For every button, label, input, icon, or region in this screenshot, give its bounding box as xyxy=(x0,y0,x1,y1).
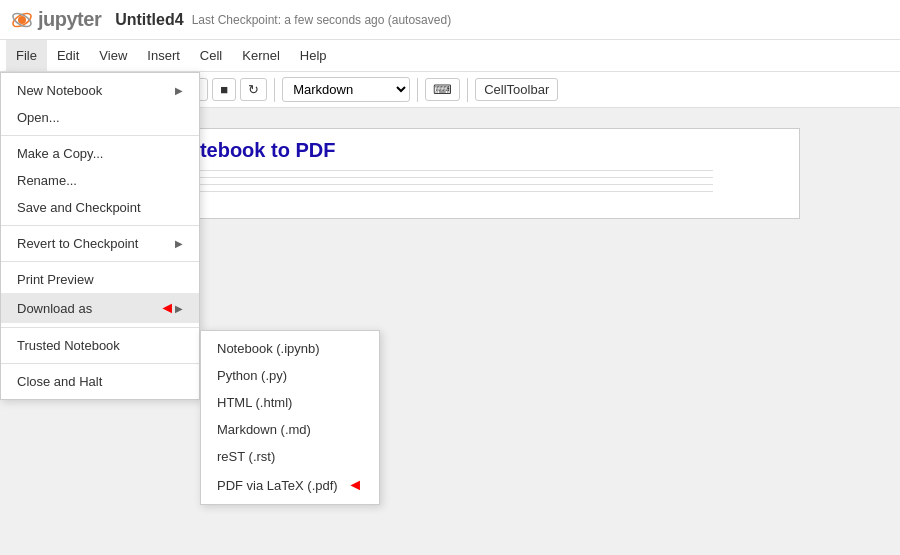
menu-sep-2 xyxy=(1,225,199,226)
cell-lines xyxy=(121,170,779,192)
download-python-py[interactable]: Python (.py) xyxy=(201,362,379,389)
menu-sep-3 xyxy=(1,261,199,262)
cell-line-1 xyxy=(121,170,713,171)
menu-file[interactable]: File xyxy=(6,40,47,71)
file-menu-dropdown: New Notebook ▶ Open... Make a Copy... Re… xyxy=(0,72,200,400)
svg-point-0 xyxy=(18,16,26,24)
menu-print-preview[interactable]: Print Preview xyxy=(1,266,199,293)
menu-close-halt[interactable]: Close and Halt xyxy=(1,368,199,395)
cell-line-3 xyxy=(121,184,713,185)
menu-view[interactable]: View xyxy=(89,40,137,71)
menu-kernel[interactable]: Kernel xyxy=(232,40,290,71)
menubar: File Edit View Insert Cell Kernel Help xyxy=(0,40,900,72)
download-as-red-arrow: ◄ xyxy=(159,299,175,317)
download-as-arrow: ▶ xyxy=(175,303,183,314)
menu-rename[interactable]: Rename... xyxy=(1,167,199,194)
jupyter-logo-icon xyxy=(10,8,34,32)
toolbar-separator-2 xyxy=(274,78,275,102)
menu-insert[interactable]: Insert xyxy=(137,40,190,71)
cell-line-2 xyxy=(121,177,713,178)
menu-sep-1 xyxy=(1,135,199,136)
toolbar-separator-3 xyxy=(417,78,418,102)
notebook-area: pyter notebook to PDF xyxy=(100,128,800,219)
menu-save-checkpoint[interactable]: Save and Checkpoint xyxy=(1,194,199,221)
download-rest-rst[interactable]: reST (.rst) xyxy=(201,443,379,470)
menu-new-notebook[interactable]: New Notebook ▶ xyxy=(1,77,199,104)
menu-cell[interactable]: Cell xyxy=(190,40,232,71)
cell-heading: pyter notebook to PDF xyxy=(121,139,779,162)
notebook-title[interactable]: Untitled4 xyxy=(115,11,183,29)
download-notebook-ipynb[interactable]: Notebook (.ipynb) xyxy=(201,335,379,362)
logo-text: jupyter xyxy=(38,8,101,31)
download-pdf-latex[interactable]: PDF via LaTeX (.pdf) ◄ xyxy=(201,470,379,500)
new-notebook-arrow: ▶ xyxy=(175,85,183,96)
toolbar-separator-4 xyxy=(467,78,468,102)
stop-button[interactable]: ■ xyxy=(212,78,236,101)
download-html-html[interactable]: HTML (.html) xyxy=(201,389,379,416)
menu-download-as[interactable]: Download as ◄ ▶ xyxy=(1,293,199,323)
pdf-latex-red-arrow: ◄ xyxy=(347,476,363,494)
keyboard-shortcut-button[interactable]: ⌨ xyxy=(425,78,460,101)
revert-checkpoint-arrow: ▶ xyxy=(175,238,183,249)
download-markdown-md[interactable]: Markdown (.md) xyxy=(201,416,379,443)
menu-revert-checkpoint[interactable]: Revert to Checkpoint ▶ xyxy=(1,230,199,257)
cell-type-select[interactable]: Markdown Code Raw NBConvert Heading xyxy=(282,77,410,102)
download-as-submenu: Notebook (.ipynb) Python (.py) HTML (.ht… xyxy=(200,330,380,505)
menu-edit[interactable]: Edit xyxy=(47,40,89,71)
cell-toolbar-button[interactable]: CellToolbar xyxy=(475,78,558,101)
menu-open[interactable]: Open... xyxy=(1,104,199,131)
menu-make-copy[interactable]: Make a Copy... xyxy=(1,140,199,167)
menu-sep-4 xyxy=(1,327,199,328)
refresh-button[interactable]: ↻ xyxy=(240,78,267,101)
header: jupyter Untitled4 Last Checkpoint: a few… xyxy=(0,0,900,40)
logo: jupyter xyxy=(10,8,101,32)
menu-sep-5 xyxy=(1,363,199,364)
menu-help[interactable]: Help xyxy=(290,40,337,71)
checkpoint-info: Last Checkpoint: a few seconds ago (auto… xyxy=(192,13,452,27)
menu-trusted-notebook[interactable]: Trusted Notebook xyxy=(1,332,199,359)
cell-line-4 xyxy=(121,191,713,192)
